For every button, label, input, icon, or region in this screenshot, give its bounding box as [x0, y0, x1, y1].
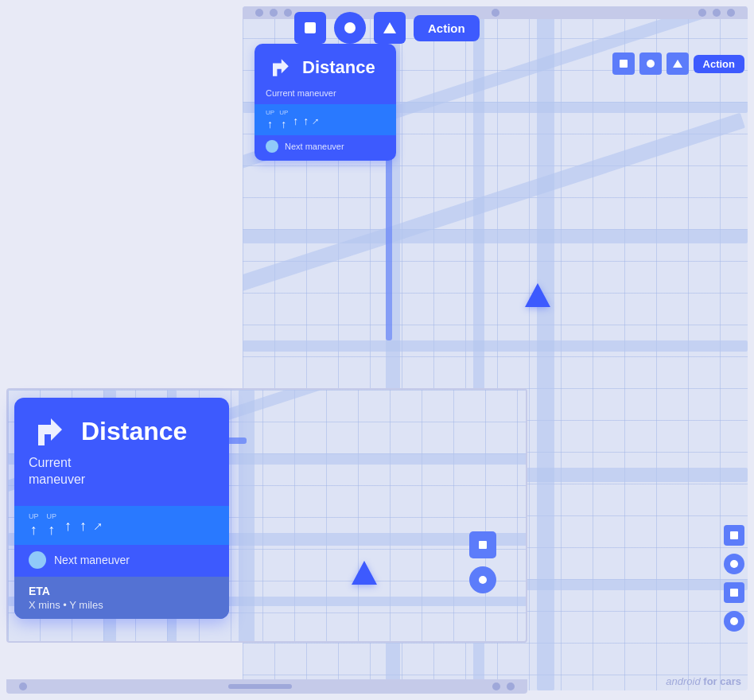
- circle-button-small[interactable]: [334, 12, 366, 44]
- square-icon-small: [305, 22, 316, 33]
- lane-item: UP ↑: [279, 109, 288, 130]
- lane-item: ↑: [303, 113, 309, 127]
- circle-icon-bottom: [479, 576, 487, 584]
- bar-pill: [228, 684, 292, 689]
- lane-item: ↑: [80, 516, 87, 535]
- circle-icon-small: [344, 22, 356, 33]
- nav-distance-large: Distance: [302, 57, 375, 78]
- nav-maneuver-large: Current maneuver: [255, 88, 396, 104]
- triangle-button-small[interactable]: [374, 12, 406, 44]
- sys-dot: [284, 9, 292, 17]
- square-button-small[interactable]: [294, 12, 326, 44]
- square-button-large[interactable]: [612, 52, 635, 75]
- next-maneuver-dot-large: [266, 140, 278, 153]
- lane-item: ↑: [64, 516, 72, 535]
- nav-lanes-small: UP ↑ UP ↑ ↑ ↑ ↑: [14, 506, 229, 545]
- square-icon: [730, 589, 738, 597]
- right-side-controls: [724, 525, 744, 632]
- action-button-large[interactable]: Action: [694, 55, 744, 73]
- sys-dot: [19, 682, 27, 690]
- triangle-icon-small: [383, 22, 396, 33]
- lane-item: UP ↑: [29, 512, 39, 539]
- next-maneuver-dot-small: [29, 551, 46, 569]
- eta-label: ETA: [29, 585, 215, 597]
- lane-item: ↑: [95, 516, 102, 535]
- system-bar-bottom-small: [6, 679, 527, 694]
- nav-next-large: Next maneuver: [255, 135, 396, 161]
- triangle-icon-large: [673, 60, 682, 68]
- action-button-small[interactable]: Action: [414, 15, 480, 41]
- right-circle-btn-2[interactable]: [724, 611, 744, 632]
- square-icon: [730, 531, 738, 539]
- nav-maneuver-small: Currentmaneuver: [29, 455, 215, 488]
- right-square-btn-2[interactable]: [724, 582, 744, 603]
- nav-next-small: Next maneuver: [14, 545, 229, 577]
- sys-dot: [492, 682, 500, 690]
- lane-item: UP ↑: [266, 109, 274, 130]
- turn-icon-large: [266, 53, 294, 82]
- sys-dot: [270, 9, 278, 17]
- square-icon-bottom: [479, 541, 487, 549]
- nav-lanes-large: UP ↑ UP ↑ ↑ ↑ ↑: [255, 104, 396, 135]
- next-maneuver-label-small: Next maneuver: [54, 554, 130, 566]
- eta-value: X mins • Y miles: [29, 599, 215, 611]
- watermark: android for cars: [666, 675, 741, 687]
- circle-btn-bottom[interactable]: [469, 566, 496, 593]
- sys-dot: [713, 9, 721, 17]
- lane-item: UP ↑: [47, 512, 57, 539]
- turn-icon-small: [29, 410, 70, 452]
- sys-dot: [698, 9, 706, 17]
- map-controls-small: Action: [294, 12, 480, 44]
- triangle-button-large[interactable]: [667, 52, 689, 75]
- right-square-btn-1[interactable]: [724, 525, 744, 546]
- nav-distance-small: Distance: [81, 417, 187, 446]
- circle-icon-large: [647, 60, 655, 68]
- nav-eta: ETA X mins • Y miles: [14, 577, 229, 619]
- sys-dot: [507, 682, 515, 690]
- sys-dot: [727, 9, 735, 17]
- right-circle-btn-1[interactable]: [724, 554, 744, 574]
- square-btn-bottom[interactable]: [469, 531, 496, 558]
- lane-item: ↑: [293, 113, 298, 127]
- map-controls-bottom-small: [469, 531, 496, 593]
- circle-icon: [730, 617, 738, 625]
- square-icon-large: [620, 60, 628, 68]
- lane-item: ↑: [313, 113, 319, 127]
- nav-card-small: Distance Currentmaneuver UP ↑ UP ↑ ↑ ↑ ↑…: [14, 398, 229, 619]
- nav-card-large: Distance Current maneuver UP ↑ UP ↑ ↑ ↑ …: [255, 44, 396, 161]
- sys-dot: [255, 9, 263, 17]
- map-controls-large: Action: [612, 52, 744, 75]
- next-maneuver-label-large: Next maneuver: [285, 142, 344, 151]
- circle-icon: [730, 560, 738, 568]
- sys-dot: [492, 9, 499, 17]
- circle-button-large[interactable]: [639, 52, 662, 75]
